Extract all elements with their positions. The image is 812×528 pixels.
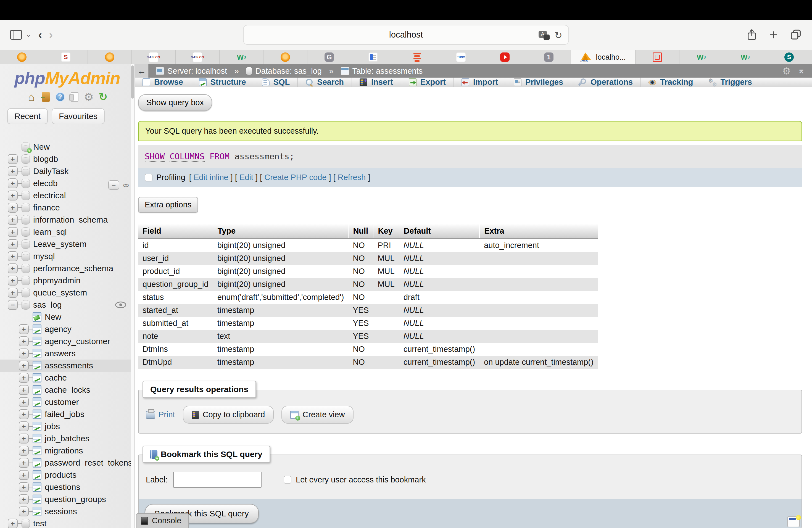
collapse-expander-icon[interactable]: − [8, 300, 18, 310]
filter-eye-icon[interactable] [115, 302, 126, 308]
tree-item-label[interactable]: agency_customer [45, 337, 110, 346]
expand-expander-icon[interactable]: + [19, 434, 29, 443]
tree-item-label[interactable]: blogdb [33, 155, 58, 164]
sidebar-toggle-icon[interactable] [10, 30, 22, 40]
recent-button[interactable]: Recent [7, 108, 48, 124]
breadcrumb-server[interactable]: Server: localhost [168, 67, 227, 76]
tab-overview-icon[interactable] [790, 29, 802, 41]
browser-tab[interactable]: 1 [527, 50, 571, 64]
browser-tab-active[interactable]: PMAlocalho... [571, 50, 636, 64]
tab-privileges[interactable]: Privileges [506, 78, 571, 87]
browser-tab[interactable]: W3 [220, 50, 263, 64]
tab-insert[interactable]: Insert [352, 78, 401, 87]
create-view-button[interactable]: Create view [281, 406, 353, 424]
breadcrumb-table[interactable]: Table: assessments [352, 67, 423, 76]
expand-expander-icon[interactable]: + [8, 251, 18, 261]
expand-expander-icon[interactable]: + [19, 373, 29, 383]
expand-expander-icon[interactable]: + [19, 385, 29, 395]
sidebar-db-dailytask[interactable]: +DailyTask [0, 165, 134, 177]
tree-item-label[interactable]: sas_log [33, 300, 62, 310]
sidebar-db-queue_system[interactable]: +queue_system [0, 287, 134, 299]
sql-keyword[interactable]: COLUMNS [170, 151, 204, 162]
tree-item-label[interactable]: queue_system [33, 288, 87, 297]
tree-item-label[interactable]: assessments [45, 361, 93, 370]
expand-expander-icon[interactable]: + [8, 263, 18, 274]
expand-expander-icon[interactable]: + [19, 336, 29, 346]
bookmark-label-input[interactable] [173, 472, 262, 488]
settings-gear-icon[interactable]: ⚙ [84, 92, 94, 102]
sidebar-table-customer[interactable]: +customer [0, 396, 134, 408]
sidebar-table-assessments[interactable]: +assessments [0, 360, 134, 372]
expand-expander-icon[interactable]: + [19, 397, 29, 407]
page-settings-gear-icon[interactable]: ⚙ [782, 65, 791, 76]
profiling-link-edit[interactable]: Edit [240, 173, 253, 182]
sidebar-db-elecdb[interactable]: +elecdb [0, 177, 134, 189]
url-bar[interactable]: localhost A ↻ [243, 25, 569, 45]
sidebar-db-test[interactable]: +test [0, 517, 134, 528]
tree-item-label[interactable]: migrations [45, 446, 83, 455]
expand-expander-icon[interactable]: + [8, 227, 18, 237]
sidebar-table-agency_customer[interactable]: +agency_customer [0, 335, 134, 348]
tab-import[interactable]: Import [454, 78, 506, 87]
translate-icon[interactable]: A [539, 31, 550, 40]
expand-expander-icon[interactable]: + [8, 166, 18, 176]
tree-item-label[interactable]: cache_locks [45, 385, 90, 395]
logout-icon[interactable] [42, 92, 50, 102]
tree-item-label[interactable]: elecdb [33, 179, 57, 188]
browser-tab[interactable]: SASLOG [132, 50, 176, 64]
sidebar-table-job_batches[interactable]: +job_batches [0, 432, 134, 444]
tree-item-label[interactable]: learn_sql [33, 227, 67, 237]
print-link[interactable]: Print [146, 410, 175, 419]
expand-expander-icon[interactable]: + [19, 458, 29, 468]
forward-button[interactable]: › [49, 29, 53, 41]
sidebar-db-information_schema[interactable]: +information_schema [0, 214, 134, 226]
sidebar-db-electrical[interactable]: +electrical [0, 189, 134, 202]
tree-item-label[interactable]: customer [45, 397, 79, 407]
bookmark-share-checkbox[interactable] [284, 476, 291, 484]
profiling-link-refresh[interactable]: Refresh [338, 173, 366, 182]
sidebar-db-phpmyadmin[interactable]: +phpmyadmin [0, 275, 134, 287]
show-query-box-button[interactable]: Show query box [138, 94, 212, 111]
expand-expander-icon[interactable]: + [19, 446, 29, 456]
sidebar-db-leave_system[interactable]: +Leave_system [0, 238, 134, 250]
new-window-icon[interactable] [787, 516, 800, 527]
sidebar-table-jobs[interactable]: +jobs [0, 420, 134, 432]
copy-to-clipboard-button[interactable]: Copy to clipboard [183, 406, 274, 424]
tree-item-label[interactable]: job_batches [45, 434, 89, 443]
sidebar-table-password_reset_tokens[interactable]: +password_reset_tokens [0, 457, 134, 469]
expand-expander-icon[interactable]: + [8, 215, 18, 225]
tree-item-label[interactable]: question_groups [45, 495, 106, 504]
expand-expander-icon[interactable]: + [19, 324, 29, 334]
console-toggle[interactable]: Console [136, 513, 189, 528]
browser-tab[interactable] [483, 50, 527, 64]
tab-sql[interactable]: SQL [254, 78, 298, 87]
browser-tab[interactable] [395, 50, 439, 64]
tree-item-label[interactable]: performance_schema [33, 264, 113, 273]
browser-tab[interactable] [636, 50, 679, 64]
back-arrow-button[interactable]: ← [135, 64, 149, 78]
browser-tab[interactable]: SASLOG [176, 50, 220, 64]
expand-expander-icon[interactable]: + [19, 361, 29, 371]
back-button[interactable]: ‹ [38, 29, 42, 41]
sidebar-table-sessions[interactable]: +sessions [0, 505, 134, 517]
expand-expander-icon[interactable]: + [8, 178, 18, 188]
tree-item-label[interactable]: New [33, 142, 50, 151]
tree-item-label[interactable]: jobs [45, 422, 60, 431]
tree-item-label[interactable]: answers [45, 349, 76, 358]
expand-expander-icon[interactable]: + [19, 507, 29, 516]
home-icon[interactable]: ⌂ [26, 92, 37, 102]
sidebar-table-agency[interactable]: +agency [0, 323, 134, 335]
favourites-button[interactable]: Favourites [52, 108, 105, 124]
sidebar-table-migrations[interactable]: +migrations [0, 444, 134, 457]
tree-item-label[interactable]: finance [33, 203, 60, 212]
sidebar-db-mysql[interactable]: +mysql [0, 250, 134, 262]
scroll-top-icon[interactable]: ⌅ [798, 65, 805, 76]
documentation-icon[interactable] [71, 92, 78, 102]
expand-expander-icon[interactable]: + [8, 203, 18, 212]
sidebar-table-questions[interactable]: +questions [0, 481, 134, 493]
profiling-checkbox[interactable] [145, 174, 153, 181]
browser-tab[interactable] [88, 50, 132, 64]
tab-structure[interactable]: Structure [191, 78, 254, 87]
phpmyadmin-logo[interactable]: phpMyAdmin [0, 68, 134, 88]
extra-options-button[interactable]: Extra options [138, 197, 198, 212]
